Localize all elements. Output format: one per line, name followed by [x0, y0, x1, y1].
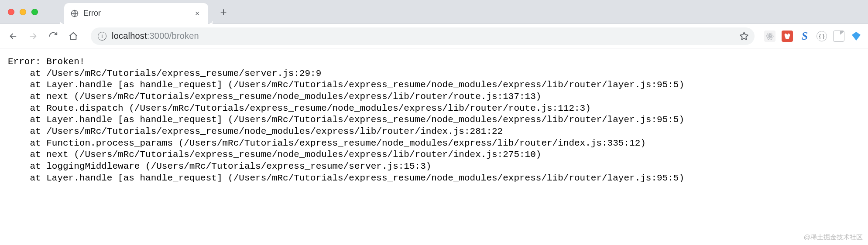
toolbar: i localhost:3000/broken S { } — [0, 24, 868, 48]
window-maximize-button[interactable] — [31, 9, 38, 15]
back-button[interactable] — [4, 27, 22, 45]
extension-document-icon[interactable] — [833, 31, 844, 42]
watermark: @稀土掘金技术社区 — [804, 233, 863, 242]
extension-s-icon[interactable]: S — [799, 31, 810, 42]
browser-tab[interactable]: Error × — [64, 3, 208, 24]
home-button[interactable] — [65, 27, 82, 45]
extension-json-icon[interactable]: { } — [817, 31, 827, 41]
svg-point-1 — [769, 35, 770, 37]
window-close-button[interactable] — [8, 9, 14, 15]
tab-title: Error — [83, 9, 193, 18]
url-port: :3000 — [147, 31, 169, 41]
window-controls — [0, 9, 38, 15]
window-minimize-button[interactable] — [20, 9, 26, 15]
forward-button[interactable] — [24, 27, 42, 45]
url-path: /broken — [169, 31, 199, 41]
address-bar[interactable]: i localhost:3000/broken — [91, 27, 755, 45]
url-host: localhost — [112, 31, 147, 41]
titlebar: Error × + — [0, 0, 868, 24]
url-text: localhost:3000/broken — [112, 31, 199, 41]
page-content: Error: Broken! at /Users/mRc/Tutorials/e… — [0, 48, 868, 245]
globe-icon — [70, 9, 79, 18]
extension-red-icon[interactable] — [782, 31, 793, 42]
close-tab-button[interactable]: × — [193, 10, 201, 17]
extension-react-devtools-icon[interactable] — [764, 31, 775, 42]
error-stacktrace: Error: Broken! at /Users/mRc/Tutorials/e… — [8, 56, 864, 184]
bookmark-star-icon[interactable] — [739, 31, 749, 41]
new-tab-button[interactable]: + — [216, 4, 231, 19]
reload-button[interactable] — [45, 27, 62, 45]
extension-diamond-icon[interactable] — [851, 31, 862, 42]
site-info-icon[interactable]: i — [98, 32, 106, 41]
extension-icons: S { } — [764, 31, 862, 42]
